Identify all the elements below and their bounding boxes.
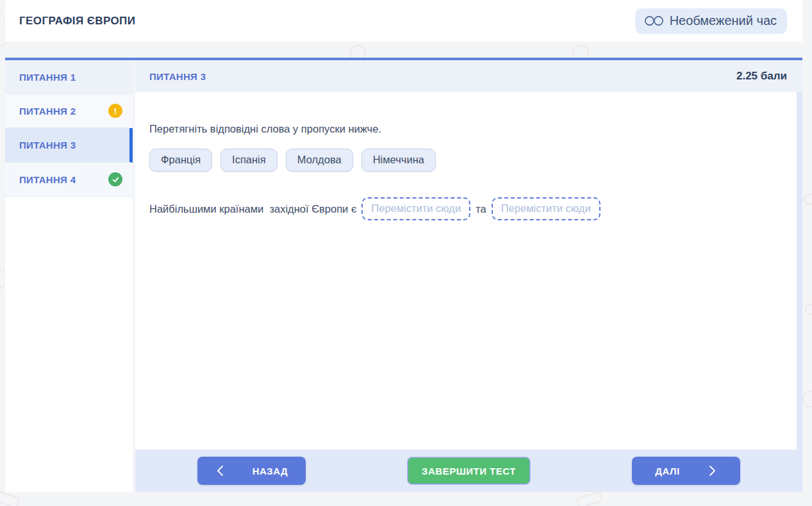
next-button[interactable]: ДАЛІ [632, 457, 740, 485]
doodle-battery-right-1 [802, 188, 812, 207]
drop-zone-1[interactable]: Перемістити сюди [361, 197, 470, 220]
scrollbar-track[interactable] [797, 92, 802, 492]
word-chip[interactable]: Молдова [286, 149, 353, 172]
points-badge: 2.25 бали [736, 70, 787, 83]
sidebar-item-question-4[interactable]: ПИТАННЯ 4 [5, 163, 133, 197]
doodle-circle-right [802, 391, 812, 407]
navigation-footer: НАЗАД ЗАВЕРШИТИ ТЕСТ ДАЛІ [135, 450, 797, 492]
word-chip-list: Франція Іспанія Молдова Німеччина [149, 149, 783, 172]
timer-label: Необмежений час [670, 13, 777, 28]
infinity-icon [644, 15, 664, 26]
sidebar-item-label: ПИТАННЯ 1 [19, 72, 76, 83]
question-body: Перетягніть відповідні слова у пропуски … [135, 92, 797, 450]
page-title: ГЕОГРАФІЯ ЄВРОПИ [19, 15, 135, 28]
question-header-title: ПИТАННЯ 3 [149, 71, 206, 82]
sidebar-item-label: ПИТАННЯ 3 [19, 140, 76, 151]
question-instruction: Перетягніть відповідні слова у пропуски … [149, 123, 783, 135]
finish-button-label: ЗАВЕРШИТИ ТЕСТ [422, 466, 516, 477]
question-header: ПИТАННЯ 3 2.25 бали [135, 60, 802, 92]
sidebar-item-question-1[interactable]: ПИТАННЯ 1 [5, 60, 133, 94]
doodle-battery-bottom-center [576, 491, 603, 506]
top-header: ГЕОГРАФІЯ ЄВРОПИ Необмежений час [5, 0, 802, 42]
timer-badge: Необмежений час [635, 8, 787, 34]
next-button-label: ДАЛІ [655, 466, 679, 477]
chevron-left-icon [215, 464, 226, 477]
sentence-prefix: Найбільшими країнами західної Європи є [149, 203, 356, 215]
doodle-battery-right-2 [804, 302, 812, 320]
question-panel: ПИТАННЯ 3 2.25 бали Перетягніть відповід… [135, 60, 802, 492]
word-chip[interactable]: Франція [149, 149, 212, 172]
finish-test-button[interactable]: ЗАВЕРШИТИ ТЕСТ [408, 457, 530, 484]
fill-in-sentence: Найбільшими країнами західної Європи є П… [149, 197, 783, 220]
sentence-connector: та [476, 203, 486, 215]
word-chip[interactable]: Німеччина [361, 149, 436, 172]
word-chip[interactable]: Іспанія [220, 149, 278, 172]
chevron-right-icon [707, 464, 717, 477]
sidebar-item-label: ПИТАННЯ 2 [19, 106, 76, 117]
question-sidebar: ПИТАННЯ 1 ПИТАННЯ 2 ! ПИТАННЯ 3 ПИТАННЯ … [5, 60, 133, 492]
content-top-line [5, 58, 802, 60]
sidebar-item-question-3[interactable]: ПИТАННЯ 3 [5, 128, 133, 163]
check-icon [108, 172, 122, 186]
warning-icon: ! [108, 104, 122, 118]
sidebar-item-label: ПИТАННЯ 4 [19, 174, 76, 185]
back-button[interactable]: НАЗАД [197, 457, 306, 485]
sidebar-item-question-2[interactable]: ПИТАННЯ 2 ! [5, 94, 133, 128]
back-button-label: НАЗАД [253, 466, 288, 477]
drop-zone-2[interactable]: Перемістити сюди [492, 197, 601, 220]
